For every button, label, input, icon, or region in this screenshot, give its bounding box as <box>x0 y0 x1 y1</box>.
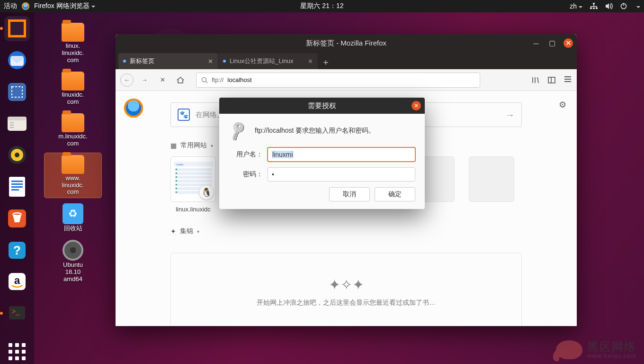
dock-files[interactable] <box>4 111 30 136</box>
dock-help[interactable]: ? <box>4 237 30 263</box>
input-method-indicator[interactable]: zh <box>570 2 582 10</box>
svg-line-37 <box>537 77 538 83</box>
svg-line-34 <box>206 82 207 83</box>
active-app-menu[interactable]: Firefox 网络浏览器 <box>34 2 95 10</box>
tab-label: Linux公社资源站_Linux <box>230 57 293 65</box>
dock-amazon[interactable]: a <box>4 269 30 294</box>
username-label: 用户名： <box>229 150 263 159</box>
svg-rect-22 <box>11 181 23 182</box>
navigation-toolbar: ← → ✕ ftp://localhost <box>116 69 577 91</box>
svg-rect-48 <box>175 180 212 182</box>
browser-tab-active[interactable]: 新标签页 ✕ <box>118 53 218 69</box>
terminal-icon: >_ <box>7 303 27 323</box>
newtab-settings-button[interactable]: ⚙ <box>559 100 566 110</box>
window-minimize-button[interactable]: ─ <box>531 38 541 48</box>
svg-point-33 <box>202 77 206 82</box>
search-engine-icon: 🐾 <box>178 109 190 121</box>
svg-rect-46 <box>175 172 212 175</box>
menu-button[interactable] <box>564 76 572 84</box>
gnome-top-panel: 活动 Firefox 网络浏览器 星期六 21：12 zh <box>0 0 644 12</box>
help-icon: ? <box>7 240 27 260</box>
ok-button[interactable]: 确定 <box>375 187 415 201</box>
url-bar[interactable]: ftp://localhost <box>196 73 480 88</box>
desktop-label: www. linuxidc. com <box>62 175 84 196</box>
svg-rect-6 <box>590 6 591 8</box>
section-title: 常用网站 <box>180 141 207 150</box>
dock-writer[interactable] <box>4 174 30 200</box>
dialog-titlebar[interactable]: 需要授权 ✕ <box>219 98 425 114</box>
svg-rect-56 <box>176 184 177 185</box>
library-button[interactable] <box>531 76 540 84</box>
folder-icon <box>62 155 84 174</box>
password-input[interactable]: • <box>268 167 415 182</box>
tab-loading-dot <box>223 60 226 63</box>
dock-show-apps[interactable] <box>4 339 30 364</box>
desktop-label: linuxidc. com <box>62 91 84 106</box>
desktop-disc[interactable]: Ubuntu 18.10 amd64 <box>45 238 101 285</box>
panel-clock[interactable]: 星期六 21：12 <box>300 2 343 10</box>
stop-button[interactable]: ✕ <box>155 73 170 87</box>
svg-rect-45 <box>175 168 212 171</box>
dock-screenshot[interactable] <box>4 79 30 104</box>
browser-tab[interactable]: Linux公社资源站_Linux ✕ <box>218 53 318 69</box>
highlights-hint: 开始网上冲浪之旅吧，之后这里会显示您最近看过或加了书… <box>257 299 436 307</box>
window-titlebar[interactable]: 新标签页 - Mozilla Firefox ─ ▢ ✕ <box>116 34 577 52</box>
window-maximize-button[interactable]: ▢ <box>547 38 557 48</box>
tab-label: 新标签页 <box>130 57 154 65</box>
tab-close-icon[interactable]: ✕ <box>308 58 313 65</box>
activities-button[interactable]: 活动 <box>4 2 17 10</box>
volume-icon[interactable] <box>605 3 613 9</box>
disc-icon <box>63 240 83 261</box>
power-icon[interactable] <box>620 3 627 9</box>
desktop-label: m.linuxidc. com <box>58 133 87 147</box>
key-icon: 🔑 <box>226 119 249 142</box>
back-button[interactable]: ← <box>120 73 134 87</box>
new-tab-button[interactable]: ＋ <box>318 55 333 69</box>
dock-firefox[interactable] <box>4 16 30 41</box>
amazon-icon: a <box>7 272 27 291</box>
tab-close-icon[interactable]: ✕ <box>208 58 213 65</box>
topsite-thumbnail-empty <box>469 156 514 202</box>
search-icon <box>201 77 208 83</box>
system-menu-chevron[interactable] <box>635 2 640 10</box>
svg-rect-55 <box>176 180 177 182</box>
svg-rect-2 <box>593 8 595 9</box>
window-close-button[interactable]: ✕ <box>564 38 573 48</box>
desktop-folder[interactable]: linuxidc. com <box>45 70 101 108</box>
desktop-folder[interactable]: m.linuxidc. com <box>45 111 101 149</box>
dock-thunderbird[interactable] <box>4 48 30 73</box>
svg-rect-52 <box>176 169 177 170</box>
forward-button[interactable]: → <box>137 73 152 87</box>
highlights-header[interactable]: ✦ 集锦 ▾ <box>170 227 522 236</box>
desktop-folder-selected[interactable]: www. linuxidc. com <box>45 153 101 198</box>
topsite-empty[interactable] <box>469 156 514 213</box>
dock-terminal[interactable]: >_ <box>4 301 30 326</box>
thunderbird-icon <box>7 50 27 70</box>
svg-rect-11 <box>8 83 26 101</box>
password-label: 密码： <box>229 170 263 179</box>
svg-rect-57 <box>176 188 177 189</box>
desktop-folder[interactable]: linux. linuxidc. com <box>45 21 101 66</box>
username-input[interactable]: linuxmi <box>268 147 415 162</box>
username-value: linuxmi <box>272 151 294 158</box>
cancel-button[interactable]: 取消 <box>329 187 370 201</box>
dialog-close-button[interactable]: ✕ <box>411 101 421 110</box>
search-submit-icon[interactable]: → <box>505 109 515 120</box>
desktop-label: 回收站 <box>64 225 82 232</box>
dock-rhythmbox[interactable] <box>4 143 30 168</box>
files-icon <box>6 114 28 134</box>
watermark-url: www.heiqu.com <box>587 353 636 359</box>
svg-rect-14 <box>8 117 27 120</box>
svg-rect-3 <box>596 8 598 9</box>
sidebar-button[interactable] <box>547 76 556 84</box>
svg-rect-58 <box>176 191 177 193</box>
url-host: localhost <box>227 76 251 83</box>
dock-software[interactable] <box>4 206 30 231</box>
svg-rect-24 <box>11 186 23 188</box>
chevron-down-icon: ▾ <box>211 143 213 148</box>
topsite-tile[interactable]: Linux 🐧 linux.linuxidc <box>170 156 216 213</box>
network-icon[interactable] <box>590 3 598 9</box>
svg-rect-17 <box>10 127 14 128</box>
desktop-trash[interactable]: ♻回收站 <box>45 201 101 234</box>
home-button[interactable] <box>173 73 188 87</box>
